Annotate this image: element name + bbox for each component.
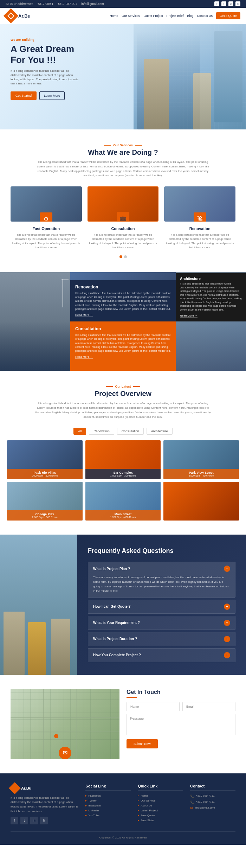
hero-image bbox=[134, 24, 246, 129]
hero-title: A Great DreamFor You !!! bbox=[11, 44, 123, 65]
hero-learn-more-button[interactable]: Learn More bbox=[39, 91, 65, 100]
nav-cta-button[interactable]: Get a Quote bbox=[216, 12, 240, 19]
projects-grid: Pack Rio Villas 1,000 Sqm - 200 Rooms Sa… bbox=[7, 440, 239, 521]
faq-items: What is Project Plan ? − There are many … bbox=[88, 562, 235, 662]
faq-toggle-4[interactable]: + bbox=[224, 652, 230, 658]
consult-icon: 💼 bbox=[119, 215, 127, 222]
footer-contact-title: Contact bbox=[190, 784, 235, 791]
hero-desc: It is a long established fact that a rea… bbox=[11, 69, 81, 86]
nav-home[interactable]: Home bbox=[110, 14, 118, 18]
feat-center: Renovation It is a long established fact… bbox=[70, 272, 176, 371]
map-container: ✉ bbox=[11, 689, 119, 759]
footer-linkedin-icon[interactable]: li bbox=[40, 817, 48, 824]
filter-architecture[interactable]: Architecture bbox=[147, 428, 173, 435]
nav-blog[interactable]: Blog bbox=[187, 14, 193, 18]
facebook-icon[interactable]: f bbox=[214, 1, 219, 6]
footer-twitter-icon[interactable]: t bbox=[20, 817, 28, 824]
form-message-input[interactable] bbox=[127, 714, 235, 735]
hero-image-bg bbox=[134, 24, 246, 129]
faq-header-0[interactable]: What is Project Plan ? − bbox=[88, 562, 235, 575]
linkedin-icon[interactable]: li bbox=[235, 1, 240, 6]
contact-inner: ✉ Get In Touch Submit Now bbox=[11, 689, 235, 759]
project-card-5 bbox=[163, 482, 239, 521]
footer-social-title: Social Link bbox=[85, 784, 131, 791]
nav-contact[interactable]: Contact Us bbox=[197, 14, 213, 18]
hero-get-started-button[interactable]: Get Started bbox=[11, 91, 37, 100]
filter-renovation[interactable]: Renovation bbox=[89, 428, 114, 435]
faq-header-2[interactable]: What is Your Requirement ? + bbox=[88, 616, 235, 630]
faq-toggle-3[interactable]: + bbox=[224, 636, 230, 642]
footer-quick-link-5[interactable]: Free State bbox=[141, 819, 154, 822]
service-text-fast: It is a long established fact that a rea… bbox=[11, 233, 82, 250]
footer-social-link-0[interactable]: Facebook bbox=[88, 794, 101, 797]
twitter-icon[interactable]: t bbox=[221, 1, 226, 6]
feat-consult-readmore[interactable]: Read More → bbox=[75, 355, 93, 359]
service-img-fast: ⚙ bbox=[11, 186, 82, 222]
faq-item-1: How I can Get Quote ? + bbox=[88, 600, 235, 614]
service-card-fast: ⚙ Fast Operation It is a long establishe… bbox=[11, 186, 82, 250]
faq-toggle-2[interactable]: + bbox=[224, 620, 230, 626]
logo-diamond bbox=[4, 8, 18, 23]
feat-reno-readmore[interactable]: Read More → bbox=[75, 313, 93, 317]
form-email-input[interactable] bbox=[182, 702, 235, 711]
services-section: Our Services What We are Doing ? It is a… bbox=[0, 129, 246, 272]
proj-name-4: Main Street bbox=[88, 512, 158, 516]
footer-social-item-2: Instagram bbox=[85, 804, 131, 807]
hero-section: We are Building A Great DreamFor You !!!… bbox=[0, 24, 246, 129]
faq-toggle-1[interactable]: + bbox=[224, 604, 230, 610]
feat-arch-readmore[interactable]: Read More → bbox=[180, 314, 198, 318]
footer-quick-link-0[interactable]: Home bbox=[141, 794, 148, 797]
footer-social-link-2[interactable]: Instagram bbox=[88, 804, 101, 807]
nav-services[interactable]: Our Services bbox=[122, 14, 140, 18]
projects-title: Project Overview bbox=[7, 390, 239, 398]
nav-latest[interactable]: Latest Project bbox=[143, 14, 163, 18]
filter-consultation[interactable]: Consultation bbox=[117, 428, 144, 435]
footer-social-link-1[interactable]: Twitter bbox=[88, 799, 97, 802]
footer-social-link-3[interactable]: Linkedin bbox=[88, 809, 99, 812]
project-card-3: College Plex 2,000 Sqm - 360 Room bbox=[7, 482, 83, 521]
dot-inactive[interactable] bbox=[124, 255, 127, 258]
footer-quick-link-1[interactable]: Our Service bbox=[141, 799, 155, 802]
nav-brief[interactable]: Project Brief bbox=[166, 14, 183, 18]
footer-quick-link-4[interactable]: Free Quote bbox=[141, 814, 155, 817]
filter-all[interactable]: All bbox=[73, 428, 86, 435]
address: St 75 ur addrresses bbox=[6, 2, 33, 6]
footer-facebook-icon[interactable]: f bbox=[11, 817, 18, 824]
faq-header-1[interactable]: How I can Get Quote ? + bbox=[88, 600, 235, 613]
footer-bottom: Copyright © 2021 All Rights Reserved bbox=[11, 831, 235, 839]
projects-tag: Our Latest bbox=[7, 385, 239, 388]
dot-active[interactable] bbox=[119, 255, 122, 258]
carousel-dots bbox=[11, 255, 235, 258]
service-icon-reno: 🏗 bbox=[194, 212, 206, 222]
proj-overlay-1: Sar Complex 1,800 Sqm - 300 Room bbox=[85, 469, 161, 479]
feat-reno-title: Renovation bbox=[75, 285, 171, 289]
faq-image-bg bbox=[0, 535, 77, 675]
contact-section: ✉ Get In Touch Submit Now bbox=[0, 675, 246, 773]
service-card-consult: 💼 Consultation It is a long established … bbox=[88, 186, 159, 250]
form-name-input[interactable] bbox=[127, 702, 180, 711]
faq-header-4[interactable]: How You Complete Project ? + bbox=[88, 649, 235, 662]
service-img-reno: 🏗 bbox=[164, 186, 235, 222]
footer-quick-item-3: Latest Project bbox=[138, 809, 183, 812]
faq-question-3: What is Project Duration ? bbox=[93, 637, 137, 641]
services-tag: Our Services bbox=[11, 143, 235, 147]
footer-quick-list: Home Our Service About Us Latest Project… bbox=[138, 794, 183, 822]
faq-question-1: How I can Get Quote ? bbox=[93, 605, 131, 608]
reno-icon: 🏗 bbox=[197, 216, 203, 222]
footer-phone1-text: +310 889 7711 bbox=[196, 794, 215, 797]
form-submit-button[interactable]: Submit Now bbox=[127, 739, 158, 748]
footer-brand: Ar.Bu It is a long established fact that… bbox=[11, 784, 78, 824]
top-bar: St 75 ur addrresses +317 989 1 +317 987 … bbox=[0, 0, 246, 8]
footer-quick-link-3[interactable]: Latest Project bbox=[141, 809, 158, 812]
faq-item-2: What is Your Requirement ? + bbox=[88, 616, 235, 630]
faq-header-3[interactable]: What is Project Duration ? + bbox=[88, 632, 235, 646]
footer-social-link-4[interactable]: YouTube bbox=[88, 814, 99, 817]
instagram-icon[interactable]: in bbox=[228, 1, 233, 6]
footer-desc: It is a long established fact that a rea… bbox=[11, 796, 78, 814]
map-envelope-icon: ✉ bbox=[59, 747, 71, 759]
footer-quick-link-2[interactable]: About Us bbox=[141, 804, 152, 807]
footer: Ar.Bu It is a long established fact that… bbox=[0, 773, 246, 845]
footer-instagram-icon[interactable]: in bbox=[30, 817, 38, 824]
faq-toggle-0[interactable]: − bbox=[224, 566, 230, 572]
phone2-icon: 📞 bbox=[190, 800, 194, 804]
